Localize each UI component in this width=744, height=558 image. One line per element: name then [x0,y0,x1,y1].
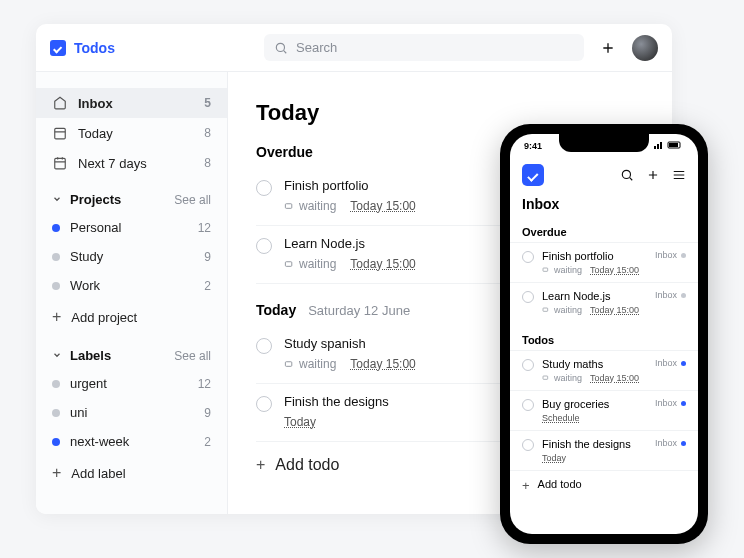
see-all-link[interactable]: See all [174,193,211,207]
sidebar-item-today[interactable]: Today 8 [36,118,227,148]
plus-icon: + [52,308,61,326]
phone-task-row[interactable]: Finish the designs Today Inbox [510,430,698,470]
count-badge: 12 [198,221,211,235]
plus-icon[interactable] [646,168,660,182]
task-tag[interactable]: waiting [542,373,582,383]
tag-icon [284,359,295,370]
task-checkbox[interactable] [256,238,272,254]
logo-icon [50,40,66,56]
add-button[interactable] [598,38,618,58]
phone-task-row[interactable]: Study maths waiting Today 15:00 Inbox [510,350,698,390]
search-input[interactable]: Search [264,34,584,61]
phone-add-todo-button[interactable]: + Add todo [510,470,698,500]
task-due[interactable]: Schedule [542,413,580,423]
project-label: Personal [70,220,121,235]
home-icon [52,95,68,111]
svg-rect-12 [285,361,291,366]
label-item[interactable]: next-week 2 [36,427,227,456]
app-logo[interactable]: Todos [50,40,115,56]
task-due[interactable]: Today 15:00 [590,373,639,383]
label-color-dot [52,438,60,446]
app-name: Todos [74,40,115,56]
calendar-day-icon [52,125,68,141]
svg-rect-14 [657,144,659,149]
label-name: urgent [70,376,107,391]
project-item[interactable]: Work 2 [36,271,227,300]
task-due[interactable]: Today 15:00 [350,199,415,213]
task-checkbox[interactable] [522,291,534,303]
list-dot-icon [681,441,686,446]
sidebar-item-next7[interactable]: Next 7 days 8 [36,148,227,178]
phone-task-row[interactable]: Learn Node.js waiting Today 15:00 Inbox [510,282,698,322]
task-due[interactable]: Today [542,453,566,463]
sidebar: Inbox 5 Today 8 Next 7 days 8 [36,72,228,514]
task-due[interactable]: Today 15:00 [590,305,639,315]
label-item[interactable]: urgent 12 [36,369,227,398]
svg-rect-15 [660,142,662,149]
task-tag[interactable]: waiting [284,357,336,371]
project-item[interactable]: Personal 12 [36,213,227,242]
task-due[interactable]: Today 15:00 [350,357,415,371]
count-badge: 8 [204,156,211,170]
label-item[interactable]: uni 9 [36,398,227,427]
phone-screen: 9:41 Inbox Overdue Finish portfolio wait… [510,134,698,534]
search-icon[interactable] [620,168,634,182]
svg-point-18 [622,170,630,178]
page-title: Today [256,100,644,126]
section-title: Projects [70,192,121,207]
phone-mock: 9:41 Inbox Overdue Finish portfolio wait… [500,124,708,544]
task-tag[interactable]: waiting [542,305,582,315]
tag-icon [284,201,295,212]
label-color-dot [52,409,60,417]
task-checkbox[interactable] [256,180,272,196]
svg-rect-25 [543,268,548,271]
label-name: uni [70,405,87,420]
logo-icon[interactable] [522,164,544,186]
sidebar-item-inbox[interactable]: Inbox 5 [36,88,227,118]
task-list: Inbox [655,250,677,260]
task-checkbox[interactable] [256,338,272,354]
status-time: 9:41 [524,141,542,151]
list-dot-icon [681,401,686,406]
task-tag[interactable]: waiting [284,199,336,213]
task-checkbox[interactable] [522,251,534,263]
add-todo-label: Add todo [538,478,582,490]
task-checkbox[interactable] [522,399,534,411]
project-color-dot [52,282,60,290]
phone-section-heading: Overdue [510,220,698,242]
task-tag[interactable]: waiting [542,265,582,275]
svg-line-1 [284,50,287,53]
see-all-link[interactable]: See all [174,349,211,363]
svg-rect-4 [55,128,66,139]
task-list: Inbox [655,398,677,408]
sidebar-item-label: Next 7 days [78,156,147,171]
task-checkbox[interactable] [522,439,534,451]
project-label: Work [70,278,100,293]
count-badge: 5 [204,96,211,110]
project-item[interactable]: Study 9 [36,242,227,271]
phone-task-row[interactable]: Finish portfolio waiting Today 15:00 Inb… [510,242,698,282]
task-due[interactable]: Today 15:00 [590,265,639,275]
task-checkbox[interactable] [256,396,272,412]
menu-icon[interactable] [672,168,686,182]
sidebar-item-label: Inbox [78,96,113,111]
phone-section-heading: Todos [510,328,698,350]
task-checkbox[interactable] [522,359,534,371]
project-color-dot [52,253,60,261]
count-badge: 2 [204,279,211,293]
task-tag[interactable]: waiting [284,257,336,271]
plus-icon [600,40,616,56]
phone-task-row[interactable]: Buy groceries Schedule Inbox [510,390,698,430]
task-due[interactable]: Today 15:00 [350,257,415,271]
plus-icon: + [522,478,530,493]
labels-header[interactable]: Labels See all [36,334,227,369]
task-due[interactable]: Today [284,415,316,429]
group-subheading: Saturday 12 June [308,303,410,318]
add-project-button[interactable]: + Add project [36,300,227,334]
add-label-button[interactable]: + Add label [36,456,227,490]
task-title: Finish the designs [542,438,647,450]
tag-icon [542,266,550,274]
avatar[interactable] [632,35,658,61]
search-icon [274,41,288,55]
projects-header[interactable]: Projects See all [36,178,227,213]
